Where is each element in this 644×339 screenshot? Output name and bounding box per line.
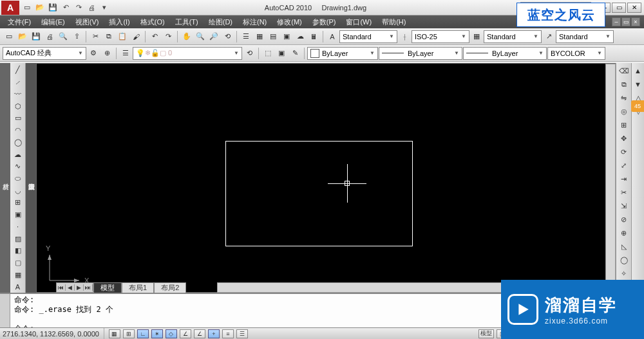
back-icon[interactable]: ▼ [632,78,645,91]
calc-icon[interactable]: 🖩 [307,30,320,43]
line-icon[interactable]: ╱ [12,64,24,76]
linetype-combo[interactable]: ByLayer▼ [379,47,462,60]
qa-save-icon[interactable]: 💾 [47,2,59,14]
tab-layout1[interactable]: 布局1 [122,282,154,293]
match-icon[interactable]: 🖌 [129,30,142,43]
pan-icon[interactable]: ✋ [180,30,193,43]
lwt-toggle[interactable]: ≡ [222,329,234,338]
canvas-v-scrollbar[interactable] [605,64,616,282]
workspace-settings-icon[interactable]: ⚙ [87,47,100,60]
zoom-prev-icon[interactable]: ⟲ [221,30,234,43]
qp-toggle[interactable]: ☰ [236,329,248,338]
array-icon[interactable]: ⊞ [618,118,630,131]
cmdline-grip[interactable] [0,294,10,327]
gradient-icon[interactable]: ◧ [12,245,24,257]
extend-icon[interactable]: ⇲ [618,199,630,212]
erase-icon[interactable]: ⌫ [618,64,630,77]
dyn-toggle[interactable]: + [208,329,220,338]
plot-icon[interactable]: 🖨 [43,30,56,43]
menu-dim[interactable]: 标注(N) [238,16,272,28]
mtext-icon[interactable]: A [12,281,24,293]
zoom-win-icon[interactable]: 🔎 [207,30,220,43]
insert-block-icon[interactable]: ⬚ [261,47,274,60]
maximize-button[interactable]: ▭ [612,3,626,13]
move-icon[interactable]: ✥ [618,132,630,145]
workspace-combo[interactable]: AutoCAD 经典▼ [3,47,86,60]
menu-draw[interactable]: 绘图(D) [204,16,238,28]
tablestyle-icon[interactable]: ▦ [470,30,483,43]
menu-format[interactable]: 格式(O) [135,16,170,28]
drawing-canvas[interactable]: Y X ⏮◀▶⏭ 模型 布局1 布局2 [36,63,616,293]
publish-icon[interactable]: ⇪ [70,30,83,43]
new-icon[interactable]: ▭ [3,30,15,43]
copy-icon[interactable]: ⧉ [102,30,115,43]
menu-insert[interactable]: 插入(I) [104,16,135,28]
mleader-style-combo[interactable]: Standard▼ [556,30,614,43]
mleaderstyle-icon[interactable]: ↗ [542,30,555,43]
model-space-button[interactable]: 模型 [478,329,494,338]
explode-icon[interactable]: ✧ [618,267,630,280]
offset-icon[interactable]: ◎ [618,105,630,118]
menu-view[interactable]: 视图(V) [70,16,104,28]
scale-icon[interactable]: ⤢ [618,159,630,172]
ellipse-icon[interactable]: ⬭ [12,173,24,185]
grid-toggle[interactable]: ⊞ [123,329,135,338]
doc-minimize-button[interactable]: – [612,17,621,26]
trim-icon[interactable]: ✂ [618,186,630,199]
render-palette-tab[interactable]: 高级渲染设置 [26,63,36,293]
point-icon[interactable]: · [12,221,24,233]
break-icon[interactable]: ⊘ [618,213,630,226]
color-combo[interactable]: ByLayer▼ [307,47,378,60]
coords-readout[interactable]: 2716.1340, 1132.6569, 0.0000 [3,330,99,338]
revcloud-icon[interactable]: ☁ [12,149,24,160]
ellipsearc-icon[interactable]: ◡ [12,185,24,196]
chamfer-icon[interactable]: ◺ [618,240,630,253]
stretch-icon[interactable]: ⇥ [618,172,630,185]
markup-icon[interactable]: ☁ [294,30,307,43]
preview-icon[interactable]: 🔍 [57,30,70,43]
layer-prev-icon[interactable]: ⟲ [243,47,256,60]
mirror-icon[interactable]: ⇋ [618,91,630,104]
arc-icon[interactable]: ◠ [12,125,24,136]
xline-icon[interactable]: ⟋ [12,77,24,88]
doc-restore-button[interactable]: ▭ [621,17,630,26]
osnap-toggle[interactable]: ◇ [166,329,177,338]
qa-undo-icon[interactable]: ↶ [60,2,71,14]
menu-help[interactable]: 帮助(H) [377,16,411,28]
menu-param[interactable]: 参数(P) [307,16,341,28]
polygon-icon[interactable]: ⬡ [12,100,24,112]
doc-close-button[interactable]: × [631,17,640,26]
tpalette-icon[interactable]: ▤ [267,30,279,43]
undo-icon[interactable]: ↶ [148,30,161,43]
block-icon[interactable]: ▣ [12,209,24,221]
menu-window[interactable]: 窗口(W) [341,16,377,28]
qa-new-icon[interactable]: ▭ [21,2,33,14]
snap-toggle[interactable]: ▦ [109,329,120,338]
textstyle-icon[interactable]: A [326,30,339,43]
layer-props-icon[interactable]: ☰ [119,47,132,60]
rectangle-icon[interactable]: ▭ [12,113,24,124]
zoom-rt-icon[interactable]: 🔍 [194,30,207,43]
plotstyle-combo[interactable]: BYCOLOR▼ [547,47,605,60]
tool-palettes-tab-left[interactable]: 材质 [0,63,10,293]
qa-print-icon[interactable]: 🖨 [86,2,97,14]
table-style-combo[interactable]: Standard▼ [484,30,542,43]
menu-tools[interactable]: 工具(T) [170,16,204,28]
circle-icon[interactable]: ◯ [12,136,24,148]
tab-model[interactable]: 模型 [93,282,122,293]
polar-toggle[interactable]: ✶ [151,329,163,338]
join-icon[interactable]: ⊕ [618,226,630,239]
qa-redo-icon[interactable]: ↷ [73,2,84,14]
ssm-icon[interactable]: ▣ [280,30,293,43]
redo-icon[interactable]: ↷ [162,30,175,43]
ortho-toggle[interactable]: ∟ [137,329,149,338]
dimstyle-icon[interactable]: ⟊ [398,30,411,43]
open-icon[interactable]: 📂 [16,30,29,43]
save-icon[interactable]: 💾 [30,30,43,43]
otrack-toggle[interactable]: ∠ [180,329,191,338]
insert-icon[interactable]: ⊞ [12,197,24,208]
qa-dropdown-icon[interactable]: ▾ [99,2,110,14]
front-icon[interactable]: ▲ [632,64,645,77]
properties-icon[interactable]: ☰ [240,30,252,43]
dim-style-combo[interactable]: ISO-25▼ [412,30,469,43]
